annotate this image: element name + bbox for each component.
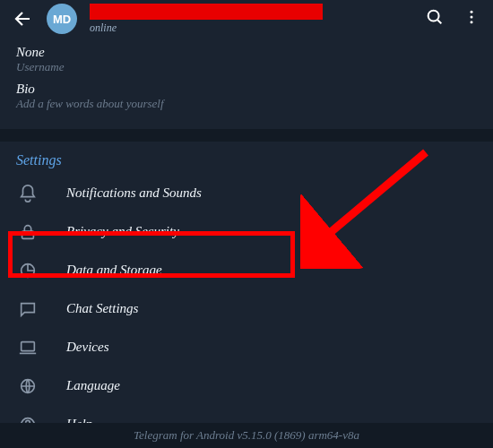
settings-item-data-storage[interactable]: Data and Storage — [0, 251, 493, 289]
settings-header: Settings — [0, 152, 493, 174]
globe-icon — [16, 376, 39, 396]
settings-item-label: Notifications and Sounds — [66, 185, 202, 201]
username-value: None — [16, 45, 477, 60]
username-hint: Username — [16, 60, 477, 74]
bell-icon — [16, 184, 39, 203]
lock-icon — [16, 222, 39, 242]
settings-item-privacy[interactable]: Privacy and Security — [0, 212, 493, 251]
bio-field[interactable]: Bio Add a few words about yourself — [16, 82, 477, 111]
header-title-area: online — [90, 4, 412, 35]
svg-point-3 — [471, 21, 473, 23]
profile-section: None Username Bio Add a few words about … — [0, 38, 493, 129]
app-header: MD online — [0, 0, 493, 38]
bio-value: Bio — [16, 82, 477, 97]
settings-item-devices[interactable]: Devices — [0, 328, 493, 366]
settings-item-chat[interactable]: Chat Settings — [0, 289, 493, 328]
svg-rect-4 — [22, 231, 34, 238]
settings-item-language[interactable]: Language — [0, 366, 493, 405]
settings-item-label: Devices — [66, 340, 108, 355]
section-divider — [0, 129, 493, 142]
settings-item-label: Privacy and Security — [66, 224, 179, 239]
redacted-name — [90, 4, 323, 20]
laptop-icon — [16, 338, 39, 358]
more-icon[interactable] — [463, 8, 480, 30]
chat-icon — [16, 299, 39, 319]
pie-icon — [16, 261, 39, 280]
avatar[interactable]: MD — [47, 4, 77, 34]
svg-point-1 — [471, 11, 473, 13]
search-icon[interactable] — [425, 7, 445, 30]
settings-item-label: Language — [66, 378, 120, 393]
settings-section: Settings Notifications and Sounds Privac… — [0, 142, 493, 444]
svg-point-0 — [428, 11, 439, 22]
svg-rect-6 — [22, 341, 35, 350]
status-text: online — [90, 22, 412, 35]
settings-item-label: Data and Storage — [66, 263, 162, 278]
svg-point-2 — [471, 16, 473, 19]
settings-item-label: Chat Settings — [66, 301, 138, 316]
settings-item-notifications[interactable]: Notifications and Sounds — [0, 174, 493, 212]
back-icon[interactable] — [13, 8, 34, 30]
username-field[interactable]: None Username — [16, 45, 477, 74]
bio-hint: Add a few words about yourself — [16, 97, 477, 111]
version-footer: Telegram for Android v5.15.0 (1869) arm6… — [0, 423, 493, 448]
